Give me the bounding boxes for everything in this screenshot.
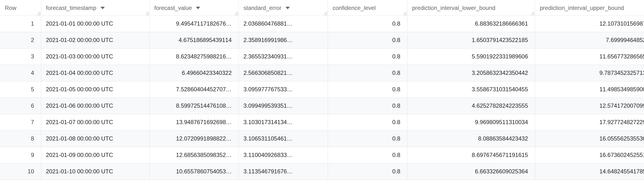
cell-standard-error: 3.099499539351…	[238, 98, 328, 114]
cell-forecast-value: 8.59972514476108…	[150, 98, 238, 114]
cell-row-number: 5	[0, 81, 41, 98]
sort-desc-icon[interactable]	[196, 7, 200, 9]
cell-forecast-value: 9.49547117182676…	[150, 16, 238, 32]
cell-forecast-timestamp: 2021-01-01 00:00:00 UTC	[41, 16, 150, 32]
cell-lower-bound: 9.969809511310034	[407, 114, 535, 130]
resize-handle-icon[interactable]	[530, 10, 534, 15]
cell-forecast-value: 13.9487671692698…	[150, 114, 238, 130]
cell-lower-bound: 1.6503791423522185	[407, 32, 535, 48]
table-row[interactable]: 42021-01-04 00:00:00 UTC6.49660423340322…	[0, 65, 644, 81]
cell-upper-bound: 11.656773286565363	[535, 48, 644, 65]
column-header-standard-error[interactable]: standard_error	[238, 0, 328, 16]
cell-upper-bound: 7.69999464852601	[535, 32, 644, 48]
cell-lower-bound: 6.663326609025364	[407, 163, 535, 180]
results-table-container: Row forecast_timestamp forecast_value st…	[0, 0, 644, 180]
cell-forecast-timestamp: 2021-01-06 00:00:00 UTC	[41, 98, 150, 114]
cell-confidence-level: 0.8	[328, 147, 407, 163]
cell-forecast-value: 12.6856385098352…	[150, 147, 238, 163]
cell-standard-error: 2.365532340931…	[238, 48, 328, 65]
cell-lower-bound: 8.6976745671191615	[407, 147, 535, 163]
cell-forecast-timestamp: 2021-01-03 00:00:00 UTC	[41, 48, 150, 65]
cell-confidence-level: 0.8	[328, 163, 407, 180]
cell-upper-bound: 17.927724827229738	[535, 114, 644, 130]
cell-row-number: 1	[0, 16, 41, 32]
cell-forecast-timestamp: 2021-01-05 00:00:00 UTC	[41, 81, 150, 98]
cell-confidence-level: 0.8	[328, 65, 407, 81]
column-label: confidence_level	[333, 5, 376, 11]
column-header-forecast-value[interactable]: forecast_value	[150, 0, 238, 16]
cell-standard-error: 2.036860476881…	[238, 16, 328, 32]
resize-handle-icon[interactable]	[36, 10, 40, 15]
table-row[interactable]: 102021-01-10 00:00:00 UTC10.655786075405…	[0, 163, 644, 180]
cell-upper-bound: 12.107310156987168	[535, 16, 644, 32]
table-row[interactable]: 72021-01-07 00:00:00 UTC13.9487671692698…	[0, 114, 644, 130]
cell-standard-error: 2.566306850821…	[238, 65, 328, 81]
column-header-row[interactable]: Row	[0, 0, 41, 16]
cell-lower-bound: 3.2058632342350442	[407, 65, 535, 81]
cell-forecast-timestamp: 2021-01-02 00:00:00 UTC	[41, 32, 150, 48]
resize-handle-icon[interactable]	[144, 10, 149, 15]
resize-handle-icon[interactable]	[233, 10, 238, 15]
cell-standard-error: 2.358916991986…	[238, 32, 328, 48]
cell-lower-bound: 5.5901922331989606	[407, 48, 535, 65]
cell-upper-bound: 14.648245541785265	[535, 163, 644, 180]
resize-handle-icon[interactable]	[402, 10, 407, 15]
cell-standard-error: 3.110040926833…	[238, 147, 328, 163]
column-header-lower-bound[interactable]: prediction_interval_lower_bound	[407, 0, 535, 16]
cell-standard-error: 3.113546791676…	[238, 163, 328, 180]
resize-handle-icon[interactable]	[322, 10, 327, 15]
cell-row-number: 6	[0, 98, 41, 114]
cell-row-number: 8	[0, 130, 41, 147]
cell-confidence-level: 0.8	[328, 16, 407, 32]
table-row[interactable]: 82021-01-08 00:00:00 UTC12.0720991898822…	[0, 130, 644, 147]
cell-row-number: 2	[0, 32, 41, 48]
cell-forecast-value: 6.49660423340322	[150, 65, 238, 81]
cell-lower-bound: 4.6252782824223555	[407, 98, 535, 114]
cell-confidence-level: 0.8	[328, 81, 407, 98]
cell-lower-bound: 6.883632186666361	[407, 16, 535, 32]
cell-upper-bound: 16.673602452551354	[535, 147, 644, 163]
table-header-row: Row forecast_timestamp forecast_value st…	[0, 0, 644, 16]
cell-confidence-level: 0.8	[328, 98, 407, 114]
cell-forecast-value: 12.0720991898822…	[150, 130, 238, 147]
cell-row-number: 9	[0, 147, 41, 163]
table-row[interactable]: 32021-01-03 00:00:00 UTC8.62348275988216…	[0, 48, 644, 65]
cell-confidence-level: 0.8	[328, 48, 407, 65]
cell-row-number: 3	[0, 48, 41, 65]
cell-forecast-timestamp: 2021-01-10 00:00:00 UTC	[41, 163, 150, 180]
column-label: forecast_value	[154, 5, 192, 11]
cell-row-number: 4	[0, 65, 41, 81]
cell-confidence-level: 0.8	[328, 130, 407, 147]
cell-upper-bound: 9.7873452325713952	[535, 65, 644, 81]
cell-forecast-timestamp: 2021-01-04 00:00:00 UTC	[41, 65, 150, 81]
table-row[interactable]: 12021-01-01 00:00:00 UTC9.49547117182676…	[0, 16, 644, 32]
column-header-forecast-timestamp[interactable]: forecast_timestamp	[41, 0, 150, 16]
cell-lower-bound: 3.5586731031540455	[407, 81, 535, 98]
column-label: forecast_timestamp	[46, 5, 96, 11]
cell-standard-error: 3.095977767533…	[238, 81, 328, 98]
column-label: Row	[5, 5, 16, 11]
column-header-confidence-level[interactable]: confidence_level	[328, 0, 407, 16]
sort-desc-icon[interactable]	[100, 7, 105, 9]
sort-desc-icon[interactable]	[286, 7, 290, 9]
results-table: Row forecast_timestamp forecast_value st…	[0, 0, 644, 180]
cell-upper-bound: 11.498534985900113	[535, 81, 644, 98]
cell-upper-bound: 16.055562535530161	[535, 130, 644, 147]
cell-forecast-value: 10.6557860754053…	[150, 163, 238, 180]
cell-standard-error: 3.106531105461…	[238, 130, 328, 147]
table-row[interactable]: 22021-01-02 00:00:00 UTC4.67518689543911…	[0, 32, 644, 48]
cell-confidence-level: 0.8	[328, 114, 407, 130]
cell-forecast-value: 7.52860404452707…	[150, 81, 238, 98]
cell-forecast-timestamp: 2021-01-09 00:00:00 UTC	[41, 147, 150, 163]
table-row[interactable]: 52021-01-05 00:00:00 UTC7.52860404452707…	[0, 81, 644, 98]
column-label: prediction_interval_lower_bound	[412, 5, 496, 11]
cell-confidence-level: 0.8	[328, 32, 407, 48]
cell-lower-bound: 8.08863584423432	[407, 130, 535, 147]
column-header-upper-bound[interactable]: prediction_interval_upper_bound	[535, 0, 644, 16]
table-row[interactable]: 62021-01-06 00:00:00 UTC8.59972514476108…	[0, 98, 644, 114]
column-label: standard_error	[244, 5, 282, 11]
table-row[interactable]: 92021-01-09 00:00:00 UTC12.6856385098352…	[0, 147, 644, 163]
cell-forecast-timestamp: 2021-01-08 00:00:00 UTC	[41, 130, 150, 147]
cell-upper-bound: 12.574172007099813	[535, 98, 644, 114]
column-label: prediction_interval_upper_bound	[540, 5, 624, 11]
